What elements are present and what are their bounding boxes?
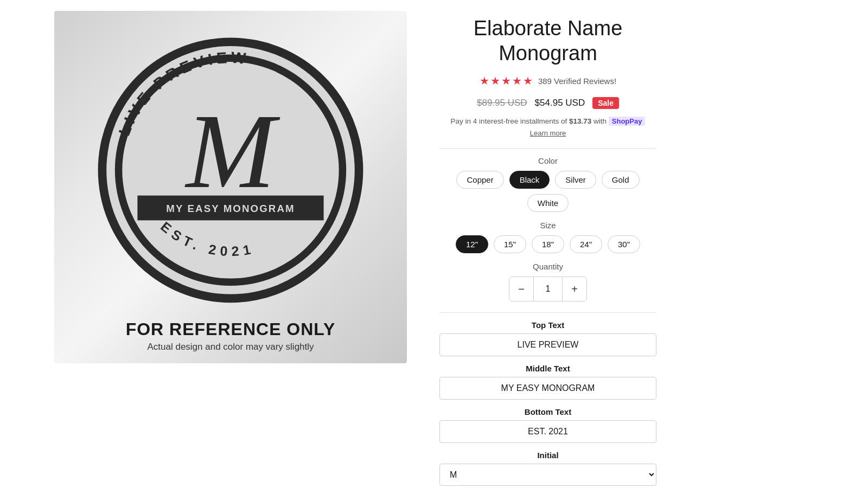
- size-option-24in[interactable]: 24": [570, 235, 602, 253]
- shoppay-badge: ShopPay: [609, 117, 646, 126]
- initial-section: Initial ABCDEFGHIJKLMNOPQRSTUVWXYZ: [439, 451, 656, 486]
- initial-select[interactable]: ABCDEFGHIJKLMNOPQRSTUVWXYZ: [439, 464, 656, 486]
- product-panel: Elaborate Name Monogram ★★★★★ 389 Verifi…: [439, 11, 656, 488]
- original-price: $89.95 USD: [477, 98, 527, 108]
- size-label: Size: [439, 221, 656, 230]
- reference-text: FOR REFERENCE ONLY Actual design and col…: [54, 319, 407, 352]
- page-container: LIVE PREVIEW M MY EASY MONOGRAM EST. 202…: [54, 11, 814, 488]
- color-options: CopperBlackSilverGoldWhite: [439, 171, 656, 212]
- color-section: Color CopperBlackSilverGoldWhite: [439, 156, 656, 212]
- product-image: LIVE PREVIEW M MY EASY MONOGRAM EST. 202…: [54, 11, 407, 363]
- color-option-white[interactable]: White: [527, 194, 569, 212]
- color-option-copper[interactable]: Copper: [456, 171, 503, 189]
- svg-text:MY EASY MONOGRAM: MY EASY MONOGRAM: [166, 203, 295, 214]
- size-option-15in[interactable]: 15": [494, 235, 526, 253]
- top-text-section: Top Text: [439, 320, 656, 356]
- shoppay-label: ShopPay: [612, 117, 642, 125]
- size-option-30in[interactable]: 30": [608, 235, 640, 253]
- bottom-text-input[interactable]: [439, 420, 656, 443]
- divider-2: [439, 312, 656, 313]
- color-label: Color: [439, 156, 656, 165]
- middle-text-label: Middle Text: [439, 364, 656, 373]
- top-text-label: Top Text: [439, 320, 656, 330]
- quantity-decrement[interactable]: −: [509, 277, 533, 301]
- color-option-gold[interactable]: Gold: [602, 171, 640, 189]
- installment-text-before: Pay in 4 interest-free installments of: [451, 117, 569, 125]
- quantity-control: − 1 +: [439, 277, 656, 301]
- image-panel: LIVE PREVIEW M MY EASY MONOGRAM EST. 202…: [54, 11, 407, 363]
- top-text-input[interactable]: [439, 333, 656, 356]
- quantity-label: Quantity: [439, 262, 656, 271]
- divider-1: [439, 148, 656, 149]
- size-option-12in[interactable]: 12": [456, 235, 488, 253]
- sale-badge: Sale: [592, 97, 619, 109]
- installment-row: Pay in 4 interest-free installments of $…: [439, 117, 656, 126]
- svg-text:M: M: [184, 92, 280, 210]
- reference-sub: Actual design and color may vary slightl…: [54, 342, 407, 352]
- size-option-18in[interactable]: 18": [532, 235, 564, 253]
- product-title: Elaborate Name Monogram: [439, 16, 656, 66]
- learn-more-link[interactable]: Learn more: [439, 129, 656, 137]
- initial-label: Initial: [439, 451, 656, 460]
- quantity-value: 1: [533, 277, 563, 301]
- price-row: $89.95 USD $54.95 USD Sale: [439, 97, 656, 109]
- quantity-inner: − 1 +: [509, 277, 587, 301]
- size-section: Size 12"15"18"24"30": [439, 221, 656, 253]
- sale-price: $54.95 USD: [535, 98, 585, 108]
- color-option-black[interactable]: Black: [509, 171, 550, 189]
- bottom-text-label: Bottom Text: [439, 407, 656, 416]
- bottom-text-section: Bottom Text: [439, 407, 656, 443]
- reviews-count: 389 Verified Reviews!: [538, 76, 616, 86]
- reviews-row: ★★★★★ 389 Verified Reviews!: [439, 74, 656, 87]
- monogram-svg: LIVE PREVIEW M MY EASY MONOGRAM EST. 202…: [90, 29, 372, 311]
- installment-amount: $13.73: [569, 117, 591, 125]
- quantity-section: Quantity − 1 +: [439, 262, 656, 301]
- color-option-silver[interactable]: Silver: [555, 171, 596, 189]
- installment-text-after: with: [591, 117, 607, 125]
- size-options: 12"15"18"24"30": [439, 235, 656, 253]
- reference-main: FOR REFERENCE ONLY: [54, 319, 407, 339]
- middle-text-section: Middle Text: [439, 364, 656, 400]
- quantity-increment[interactable]: +: [563, 277, 586, 301]
- middle-text-input[interactable]: [439, 377, 656, 400]
- stars: ★★★★★: [480, 74, 534, 87]
